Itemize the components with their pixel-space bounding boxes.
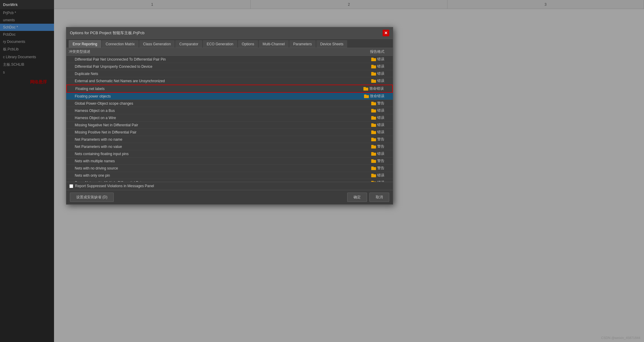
folder-icon	[371, 79, 376, 83]
table-row[interactable]: Harness Object on a Bus错误	[66, 107, 393, 114]
status-text: 错误	[377, 173, 384, 178]
row-label: Global Power-Object scope changes	[69, 101, 330, 106]
row-status: 警告	[330, 144, 390, 149]
table-col1-header: 冲突类型描述	[69, 49, 330, 54]
folder-icon	[371, 130, 376, 134]
table-header: 冲突类型描述 报告格式	[66, 48, 393, 56]
tab-parameters[interactable]: Parameters	[289, 40, 316, 48]
row-status: 错误	[330, 64, 390, 69]
folder-icon	[363, 87, 368, 91]
table-row[interactable]: Net Parameters with no value警告	[66, 143, 393, 150]
modal-title: Options for PCB Project 智能车主板.PrjPcb	[70, 30, 145, 36]
table-container: 冲突类型描述 报告格式 Differential Pair Net Unconn…	[66, 48, 393, 182]
folder-icon	[371, 166, 376, 170]
cancel-button[interactable]: 取消	[369, 193, 389, 202]
tab-connection-matrix[interactable]: Connection Matrix	[102, 40, 139, 48]
status-text: 错误	[377, 71, 384, 76]
row-label: Floating net labels	[69, 87, 330, 91]
row-label: Differential Pair Net Unconnected To Dif…	[69, 57, 330, 62]
tab-bar: Error Reporting Connection Matrix Class …	[66, 39, 393, 48]
row-label: Nets with only one pin	[69, 173, 330, 178]
modal-dialog: Options for PCB Project 智能车主板.PrjPcb ✕ E…	[66, 27, 393, 205]
status-text: 警告	[377, 101, 384, 106]
row-label: Nets with no driving source	[69, 166, 330, 170]
row-label: Nets with multiple names	[69, 159, 330, 163]
status-text: 错误	[377, 180, 384, 182]
tab-options[interactable]: Options	[238, 40, 258, 48]
row-status: 错误	[330, 180, 390, 182]
row-status: 错误	[330, 130, 390, 135]
folder-icon	[371, 181, 376, 182]
row-status: 错误	[330, 108, 390, 113]
status-text: 警告	[377, 158, 384, 164]
tab-comparator[interactable]: Comparator	[175, 40, 202, 48]
row-status: 警告	[330, 166, 390, 171]
ok-button[interactable]: 确定	[347, 193, 367, 202]
table-row[interactable]: Net Parameters with no name警告	[66, 136, 393, 143]
tab-device-sheets[interactable]: Device Sheets	[316, 40, 347, 48]
row-label: Nets containing floating input pins	[69, 152, 330, 156]
status-text: 错误	[377, 130, 384, 135]
folder-icon	[371, 65, 376, 68]
row-label: Duplicate Nets	[69, 72, 330, 76]
folder-icon	[371, 174, 376, 177]
row-label: Net Parameters with no name	[69, 137, 330, 142]
row-status: 错误	[330, 71, 390, 76]
status-text: 错误	[377, 151, 384, 156]
folder-icon	[371, 102, 376, 105]
table-row[interactable]: Nets containing floating input pins错误	[66, 150, 393, 158]
suppress-violations-checkbox[interactable]	[69, 184, 73, 188]
suppress-violations-label: Report Suppressed Violations in Messages…	[75, 184, 154, 188]
row-label: Missing Positive Net in Differential Pai…	[69, 130, 330, 134]
table-row[interactable]: Nets with multiple names警告	[66, 158, 393, 165]
table-row[interactable]: Floating power objects致命错误	[66, 93, 393, 100]
status-text: 警告	[377, 137, 384, 142]
folder-icon	[371, 58, 376, 61]
table-row[interactable]: Global Power-Object scope changes警告	[66, 100, 393, 107]
status-text: 警告	[377, 144, 384, 149]
table-row[interactable]: Floating net labels致命错误	[66, 85, 393, 93]
row-status: 错误	[330, 151, 390, 156]
footer-button-group: 确定 取消	[347, 193, 389, 202]
row-status: 警告	[330, 158, 390, 164]
tab-class-generation[interactable]: Class Generation	[139, 40, 175, 48]
folder-icon	[364, 94, 369, 98]
table-row[interactable]: Harness Object on a Wire错误	[66, 114, 393, 122]
folder-icon	[371, 145, 376, 148]
status-text: 错误	[377, 78, 384, 83]
table-row[interactable]: Missing Negative Net in Differential Pai…	[66, 122, 393, 129]
table-row[interactable]: External and Schematic Net Names are Uns…	[66, 77, 393, 85]
tab-multi-channel[interactable]: Multi-Channel	[259, 40, 289, 48]
folder-icon	[371, 152, 376, 156]
table-row[interactable]: Nets with only one pin错误	[66, 172, 393, 179]
row-label: Harness Object on a Bus	[69, 109, 330, 113]
row-label: Net Parameters with no value	[69, 145, 330, 149]
status-text: 错误	[377, 57, 384, 62]
row-label: Harness Object on a Wire	[69, 116, 330, 120]
row-status: 错误	[330, 122, 390, 128]
suppress-violations-checkbox-label[interactable]: Report Suppressed Violations in Messages…	[69, 184, 154, 188]
row-status: 警告	[330, 101, 390, 106]
table-col2-header: 报告格式	[330, 49, 390, 54]
row-status: 错误	[330, 78, 390, 83]
tab-eco-generation[interactable]: ECO Generation	[203, 40, 237, 48]
status-text: 致命错误	[370, 94, 384, 99]
table-row[interactable]: Missing Positive Net in Differential Pai…	[66, 129, 393, 136]
table-row[interactable]: Differential Pair Unproperly Connected t…	[66, 63, 393, 70]
row-label: Floating power objects	[69, 94, 330, 98]
row-status: 警告	[330, 137, 390, 142]
status-text: 警告	[377, 166, 384, 171]
table-row[interactable]: Nets with no driving source警告	[66, 165, 393, 172]
table-body[interactable]: Differential Pair Net Unconnected To Dif…	[66, 56, 393, 182]
modal-close-button[interactable]: ✕	[383, 30, 389, 36]
row-status: 错误	[330, 173, 390, 178]
row-label: Missing Negative Net in Differential Pai…	[69, 123, 330, 127]
status-text: 错误	[377, 108, 384, 113]
folder-icon	[371, 72, 376, 76]
table-row[interactable]: Duplicate Nets错误	[66, 70, 393, 77]
row-label: External and Schematic Net Names are Uns…	[69, 79, 330, 83]
table-row[interactable]: Differential Pair Net Unconnected To Dif…	[66, 56, 393, 63]
table-row[interactable]: Same Net used in Multiple Differential P…	[66, 179, 393, 182]
setup-defaults-button[interactable]: 设置成安装缺省 (D)	[70, 193, 114, 202]
tab-error-reporting[interactable]: Error Reporting	[69, 40, 101, 48]
